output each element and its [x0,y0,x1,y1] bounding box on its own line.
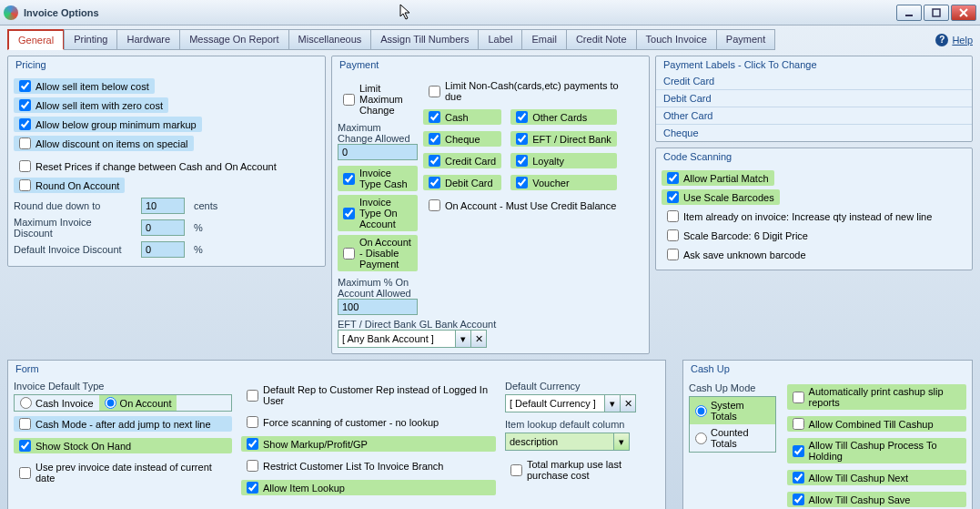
paylabel-other-card[interactable]: Other Card [656,107,972,125]
paylabel-debit-card[interactable]: Debit Card [656,90,972,107]
auto-print-cashup[interactable]: Automatically print cashup slip reports [787,384,966,410]
limit-noncash[interactable]: Limit Non-Cash(cards,etc) payments to du… [423,78,643,104]
dropdown-icon[interactable]: ▾ [613,433,630,451]
max-change-input[interactable] [338,144,418,160]
round-on-account[interactable]: Round On Account [14,178,125,193]
pay-credit-card[interactable]: Credit Card [423,153,501,168]
allow-zero-cost[interactable]: Allow sell item with zero cost [14,97,168,113]
pay-cheque[interactable]: Cheque [423,131,501,147]
def-inv-disc-label: Default Invoice Discount [14,244,132,255]
inv-type-cash[interactable]: Invoice Type Cash [338,166,418,191]
max-pct-input[interactable] [338,299,418,315]
radio-system-totals[interactable]: System Totals [690,397,775,424]
default-rep[interactable]: Default Rep to Customer Rep instead of L… [241,382,496,408]
radio-counted-totals[interactable]: Counted Totals [690,424,775,452]
reset-prices[interactable]: Reset Prices if change between Cash and … [14,158,282,174]
show-stock[interactable]: Show Stock On Hand [14,438,232,453]
pay-other-cards[interactable]: Other Cards [510,109,617,125]
form-title: Form [8,361,665,377]
payment-title: Payment [332,56,649,73]
eft-input[interactable] [338,330,456,348]
allow-below-cost[interactable]: Allow sell item below cost [14,78,155,94]
pricing-group: Pricing Allow sell item below cost Allow… [7,56,326,267]
item-lookup-combo[interactable]: ▾ [505,433,660,451]
cash-mode[interactable]: Cash Mode - after add jump to next line [14,416,232,432]
radio-on-account[interactable]: On Account [99,395,177,411]
tabs: General Printing Hardware Message On Rep… [7,29,774,50]
max-change-label: Maximum Change Allowed [338,122,418,144]
allow-combined-till[interactable]: Allow Combined Till Cashup [787,416,966,432]
inv-type-account[interactable]: Invoice Type On Account [338,195,418,231]
code-scanning-title: Code Scanning [656,148,972,165]
paylabel-cheque[interactable]: Cheque [656,125,972,141]
tab-email[interactable]: Email [521,29,567,50]
payment-labels-title: Payment Labels - Click To Change [656,56,972,73]
use-prev-date[interactable]: Use prev invoice date instead of current… [14,460,232,485]
close-button[interactable] [951,5,976,21]
tab-general[interactable]: General [7,29,65,50]
titlebar: Invoice Options [0,0,980,25]
allow-lookup[interactable]: Allow Item Lookup [241,480,496,495]
cashup-mode-label: Cash Up Mode [689,382,776,393]
tab-message-on-report[interactable]: Message On Report [179,29,288,50]
force-scan[interactable]: Force scanning of customer - no lookup [241,414,496,430]
cashup-title: Cash Up [683,361,972,377]
tab-hardware[interactable]: Hardware [116,29,180,50]
pay-voucher[interactable]: Voucher [510,175,617,190]
allow-cashup-save[interactable]: Allow Till Cashup Save [787,492,966,507]
tab-label[interactable]: Label [478,29,522,50]
tab-credit-note[interactable]: Credit Note [566,29,637,50]
tab-row: General Printing Hardware Message On Rep… [0,25,980,50]
eft-label: EFT / Direct Bank GL Bank Account [338,319,643,330]
help-link[interactable]: ? Help [935,34,973,46]
tab-printing[interactable]: Printing [64,29,117,50]
radio-cash-invoice[interactable]: Cash Invoice [15,395,99,411]
allow-partial-match[interactable]: Allow Partial Match [662,170,774,186]
tab-payment[interactable]: Payment [716,29,775,50]
def-currency-input[interactable] [505,394,605,412]
allow-cashup-next[interactable]: Allow Till Cashup Next [787,470,966,485]
allow-below-markup[interactable]: Allow below group minimum markup [14,117,202,132]
inv-def-type-radio[interactable]: Cash Invoice On Account [14,394,232,412]
limit-max-change[interactable]: Limit Maximum Change [338,81,418,117]
cursor-icon [399,4,412,22]
use-scale-barcodes[interactable]: Use Scale Barcodes [662,189,780,205]
pay-loyalty[interactable]: Loyalty [510,153,617,168]
def-currency-combo[interactable]: ▾ ✕ [505,394,660,412]
round-due-label: Round due down to [14,200,132,211]
dropdown-icon[interactable]: ▾ [604,394,621,412]
code-scanning-group: Code Scanning Allow Partial Match Use Sc… [655,148,973,270]
allow-discount-special[interactable]: Allow discount on items on special [14,136,194,151]
inv-def-type-label: Invoice Default Type [14,381,232,392]
help-icon: ? [935,34,948,46]
show-markup[interactable]: Show Markup/Profit/GP [241,436,496,452]
def-inv-disc-input[interactable] [141,241,185,258]
max-inv-disc-input[interactable] [141,219,185,236]
dropdown-icon[interactable]: ▾ [455,330,471,348]
item-already-on-invoice[interactable]: Item already on invoice: Increase qty in… [662,209,937,224]
total-markup[interactable]: Total markup use last purchase cost [505,457,660,483]
restrict-cust[interactable]: Restrict Customer List To Invoice Branch [241,458,496,473]
allow-process-holding[interactable]: Allow Till Cashup Process To Holding [787,438,966,463]
minimize-button[interactable] [896,5,922,21]
pay-eft[interactable]: EFT / Direct Bank [510,131,617,147]
tab-miscellaneous[interactable]: Miscellaneous [288,29,372,50]
clear-icon[interactable]: ✕ [620,394,636,412]
eft-combo[interactable]: ▾ ✕ [338,330,487,348]
item-lookup-label: Item lookup default column [505,419,660,430]
maximize-button[interactable] [924,5,949,21]
on-acc-must[interactable]: On Account - Must Use Credit Balance [423,198,621,213]
pay-debit-card[interactable]: Debit Card [423,175,501,190]
round-due-input[interactable] [141,198,185,214]
paylabel-credit-card[interactable]: Credit Card [656,73,972,90]
ask-save-unknown[interactable]: Ask save unknown barcode [662,247,812,262]
clear-icon[interactable]: ✕ [470,330,487,348]
cashup-mode-radio[interactable]: System Totals Counted Totals [689,396,776,453]
tab-assign-till-numbers[interactable]: Assign Till Numbers [370,29,479,50]
item-lookup-input[interactable] [505,433,614,451]
pay-cash[interactable]: Cash [423,109,501,125]
form-group: Form Invoice Default Type Cash Invoice O… [7,360,666,509]
scale-6-digit[interactable]: Scale Barcode: 6 Digit Price [662,228,813,243]
on-acc-disable[interactable]: On Account - Disable Payment [338,235,418,271]
tab-touch-invoice[interactable]: Touch Invoice [636,29,717,50]
